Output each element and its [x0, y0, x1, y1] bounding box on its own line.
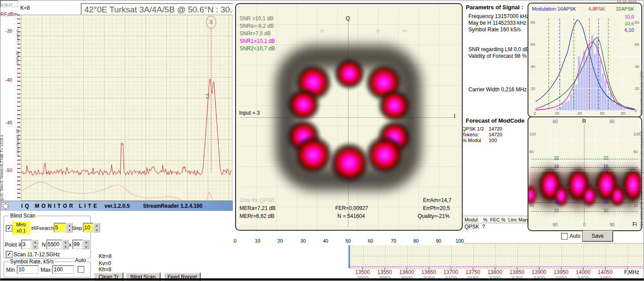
- n-up-button[interactable]: ▲: [62, 240, 69, 244]
- down-arrow-icon: ▼: [64, 246, 67, 248]
- legend-32apsk: 32APSK: [616, 6, 634, 11]
- spectrum-trace: [21, 15, 232, 200]
- eye-x-0: 0: [583, 222, 586, 227]
- snra-readout: SNRa=-6,2 dB: [240, 23, 274, 29]
- up-arrow-icon: ▲: [34, 241, 37, 244]
- freq-mhz-2: 13600: [397, 269, 416, 275]
- mhz-checkbox[interactable]: ✓: [6, 225, 12, 232]
- iq-plot[interactable]: Q I Input = 3 32 32 64 SNR =10,1 dB SNRa…: [235, 3, 463, 231]
- app-titlebar[interactable]: IQ MONITOR LITE ver.1.2.0.5 StreamReader…: [0, 201, 233, 211]
- forecast-row1-value: 14720: [489, 126, 502, 131]
- colorbar-50: 50: [343, 238, 353, 244]
- sr-auto-label: Auto: [74, 257, 87, 263]
- freq-baseline: [350, 266, 643, 267]
- freq-mhz-5: 13750: [463, 269, 483, 275]
- clean-tr-button[interactable]: Clean Tr: [94, 272, 124, 281]
- marker-bubble[interactable]: 38: [206, 16, 216, 29]
- step-spinner: ▲ ▼: [83, 223, 100, 232]
- step-down-button[interactable]: ▼: [94, 228, 100, 232]
- freq-mhz-3: 13650: [419, 269, 438, 275]
- sr-auto-checkbox[interactable]: [78, 266, 84, 273]
- x-down-button[interactable]: ▼: [83, 244, 90, 249]
- min-input[interactable]: [17, 265, 39, 274]
- colorbar-80: 80: [411, 238, 421, 244]
- point-up-button[interactable]: ▲: [32, 240, 38, 244]
- modulation-histogram-panel[interactable]: Modulation: 16APSK 4,8PSK 32APSK 10,0 10…: [528, 3, 642, 117]
- snr-axis-label: SNR,dB: [15, 43, 20, 65]
- forecast-row3-label: % Modul: [462, 138, 481, 143]
- step-input[interactable]: [83, 223, 94, 232]
- legend-48psk: 4,8PSK: [588, 6, 605, 11]
- freq-if-1: 2950: [375, 275, 394, 281]
- snrr-readout: SNRr=7,5 dB: [240, 30, 271, 37]
- kh-label: Kh=8: [99, 266, 111, 273]
- x-up-button[interactable]: ▲: [83, 240, 90, 244]
- validity-value: Validity of Forecast 98 %: [468, 53, 527, 59]
- constellation-blob: [364, 135, 405, 175]
- feed-report-button[interactable]: Feed Report: [164, 272, 201, 281]
- spectrum-window: 1:15:17 K=8 42°0E Turksat 3A/4A/5B @ 50.…: [0, 0, 233, 210]
- max-label: Max: [41, 267, 51, 273]
- hist-xtick-80: 80: [621, 111, 625, 116]
- colorbar-100: 100: [453, 238, 466, 244]
- n-label: N: [42, 242, 46, 248]
- freq-if-2: 3000: [397, 275, 416, 281]
- freq-mhz-11: 14050: [595, 269, 615, 275]
- step-label: Step: [72, 225, 82, 231]
- frequency-scan-plot[interactable]: [350, 243, 644, 269]
- freq-if-8: 3300: [529, 275, 549, 281]
- hist-xtick-60: 60: [600, 111, 604, 116]
- colorbar-0: 0: [230, 238, 240, 244]
- kv-label: Kv=0: [99, 260, 111, 266]
- point-iq-input[interactable]: [21, 240, 32, 249]
- carrier-width-value: Carrier Width 0,216 MHz: [468, 86, 527, 93]
- eye-diagram-panel[interactable]: 32 32 16 16 16 16 32 32 -90 R 90 100 80 …: [528, 116, 642, 231]
- down-arrow-icon: ▼: [96, 229, 98, 232]
- freq-if-4: 3100: [441, 275, 461, 281]
- eye-32-label: 32: [603, 156, 608, 161]
- x-spinner: ▲ ▼: [72, 240, 90, 249]
- ktr-label: Ktr=8: [99, 253, 112, 259]
- up-arrow-icon: ▲: [96, 224, 98, 227]
- app-icon[interactable]: [2, 202, 9, 210]
- eye-fi-label: Fi: [633, 221, 637, 228]
- merr-readout: MERr=6,62 dB: [240, 213, 274, 219]
- n-input[interactable]: [46, 240, 62, 249]
- input-number-label: Input = 3: [239, 110, 260, 116]
- fsearch-label: ±6Fsearch: [31, 225, 54, 231]
- eye-yr-20: 20: [633, 203, 638, 208]
- mhz-scale-label: MHz x0.1: [12, 221, 30, 235]
- constellation-blob: [377, 88, 412, 123]
- snr1-readout: SNR1=10,1 dB: [240, 38, 275, 44]
- step-up-button[interactable]: ▲: [94, 223, 100, 228]
- grid-label-32b: 32: [376, 29, 380, 33]
- check-icon: ✓: [7, 252, 11, 257]
- eye-hline-16-top: [531, 167, 638, 168]
- x-input[interactable]: [72, 240, 83, 249]
- clock-chip: 1:15:17: [0, 0, 18, 7]
- save-button[interactable]: Save: [582, 230, 613, 242]
- fsearch-input[interactable]: [54, 223, 66, 232]
- hist-ytick-80l: 80: [530, 20, 535, 25]
- forecast-row1-label: QPSK 1/2: [462, 126, 484, 131]
- n-down-button[interactable]: ▼: [62, 244, 69, 249]
- modcode-table-row[interactable]: QPSK ?: [464, 224, 485, 230]
- freq-mhz-8: 13900: [529, 269, 549, 275]
- hist-ytick-20l: 20: [530, 86, 535, 91]
- level-axis-label: Level,%: [15, 18, 20, 42]
- symbol-rate-group-title: Symbol Rate, kS/s: [8, 259, 56, 265]
- max-input[interactable]: [52, 265, 74, 274]
- hist-ytick-40r: 40: [635, 64, 639, 69]
- blind-scan-button[interactable]: Blind Scan: [125, 272, 161, 281]
- scan-range-label: Scan 11.7-12.5GHz: [14, 251, 60, 258]
- eye-auto-checkbox[interactable]: [561, 233, 568, 240]
- freq-mhz-0: 13500: [353, 269, 372, 275]
- freq-if-0: 2900: [353, 275, 372, 281]
- scan-range-checkbox[interactable]: ✓: [6, 251, 12, 258]
- colorbar-40: 40: [320, 238, 331, 244]
- symbol-rate-value: Symbol Rate 160 kS/s: [468, 26, 521, 33]
- point-down-button[interactable]: ▼: [32, 244, 38, 249]
- status-vertical-text: Kp=5; Sm=3; Noise=0,77dB T= 1218 s: [0, 118, 4, 203]
- freq-if-11: 3450: [595, 275, 615, 281]
- modcode-table-header: Modul % FEC % Linc Margin: [462, 216, 530, 223]
